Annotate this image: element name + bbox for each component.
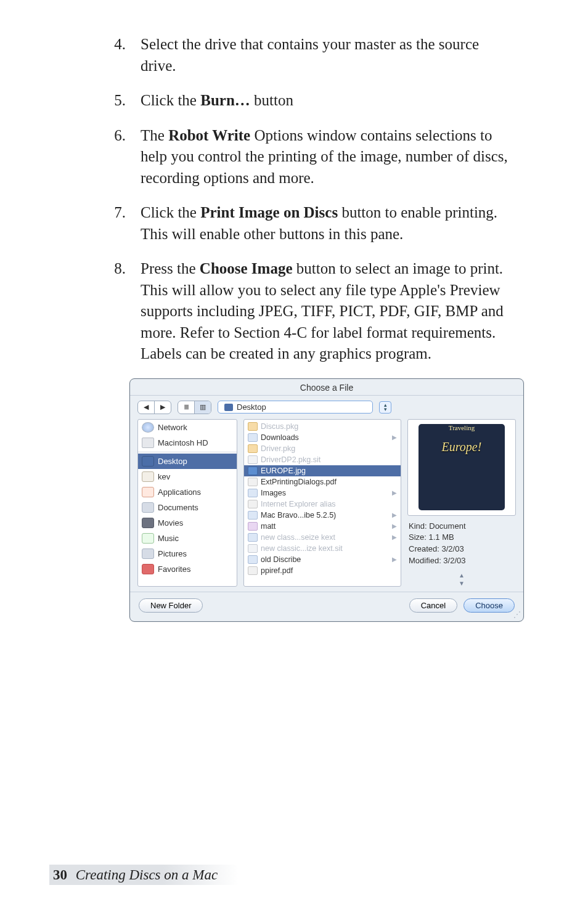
- file-row[interactable]: Downloads▶: [244, 432, 401, 443]
- chevron-right-icon: ▶: [392, 489, 397, 496]
- step-6: 6. The Robot Write Options window contai…: [99, 125, 514, 189]
- sidebar-item-label: Macintosh HD: [158, 438, 208, 447]
- file-icon: [248, 455, 258, 464]
- sidebar-item[interactable]: Desktop: [138, 454, 237, 469]
- sidebar-item[interactable]: Music: [138, 531, 237, 546]
- meta-size: Size: 1.1 MB: [409, 532, 516, 544]
- file-row[interactable]: new classic...ize kext.sit: [244, 543, 401, 554]
- step-8: 8. Press the Choose Image button to sele…: [99, 258, 514, 365]
- file-label: new class...seize kext: [261, 533, 335, 542]
- file-icon: [248, 444, 258, 453]
- file-row[interactable]: new class...seize kext▶: [244, 532, 401, 543]
- step-text: Press the Choose Image button to select …: [141, 258, 514, 365]
- location-stepper[interactable]: ▴▾: [379, 401, 391, 414]
- file-icon: [248, 544, 258, 553]
- dialog-toolbar: ◀ ▶ ≣ ▥ Desktop ▴▾: [130, 396, 523, 419]
- sidebar-item[interactable]: Movies: [138, 515, 237, 531]
- file-row[interactable]: matt▶: [244, 521, 401, 532]
- file-row[interactable]: Driver.pkg: [244, 443, 401, 454]
- file-label: ExtPrintingDialogs.pdf: [261, 478, 337, 486]
- instruction-list: 4. Select the drive that contains your m…: [99, 34, 514, 365]
- file-row[interactable]: EUROPE.jpg: [244, 465, 401, 476]
- file-icon: [248, 489, 258, 497]
- file-icon: [248, 566, 258, 575]
- page-number: 30: [53, 867, 72, 883]
- sidebar-item[interactable]: kev: [138, 469, 237, 484]
- view-list-icon[interactable]: ≣: [178, 401, 194, 414]
- desktop-icon: [224, 404, 233, 411]
- sidebar-item-label: Applications: [158, 487, 201, 497]
- step-7: 7. Click the Print Image on Discs button…: [99, 202, 514, 245]
- fold-icon: [142, 502, 154, 513]
- step-number: 8.: [99, 258, 141, 365]
- file-icon: [248, 533, 258, 542]
- nav-back-icon[interactable]: ◀: [138, 401, 154, 414]
- chevron-right-icon: ▶: [392, 534, 397, 540]
- sidebar-item[interactable]: Pictures: [138, 546, 237, 561]
- meta-kind: Kind: Document: [409, 521, 516, 532]
- file-row[interactable]: ppiref.pdf: [244, 565, 401, 576]
- file-icon: [248, 433, 258, 442]
- step-number: 7.: [99, 202, 141, 245]
- view-column-icon[interactable]: ▥: [194, 401, 211, 414]
- cancel-button[interactable]: Cancel: [409, 598, 457, 613]
- choose-file-dialog: Choose a File ◀ ▶ ≣ ▥ Desktop ▴▾ Network…: [129, 378, 524, 622]
- file-icon: [248, 467, 258, 475]
- step-4: 4. Select the drive that contains your m…: [99, 34, 514, 76]
- location-popup[interactable]: Desktop: [218, 401, 373, 414]
- preview-pane: Traveling Europe! Kind: Document Size: 1…: [407, 419, 516, 587]
- sidebar-item[interactable]: Macintosh HD: [138, 435, 237, 450]
- chevron-right-icon: ▶: [392, 512, 397, 518]
- choose-button[interactable]: Choose: [463, 598, 515, 613]
- step-number: 6.: [99, 125, 141, 189]
- new-folder-button[interactable]: New Folder: [139, 598, 203, 613]
- home-icon: [142, 471, 154, 482]
- nav-history[interactable]: ◀ ▶: [137, 401, 171, 414]
- file-row[interactable]: old Discribe▶: [244, 554, 401, 565]
- sidebar-item-label: Desktop: [158, 457, 187, 466]
- file-label: old Discribe: [261, 555, 301, 564]
- step-text: Click the Burn… button: [141, 90, 514, 112]
- sidebar-item-label: Network: [158, 423, 187, 432]
- preview-metadata: Kind: Document Size: 1.1 MB Created: 3/2…: [407, 521, 516, 567]
- dialog-title: Choose a File: [130, 379, 523, 396]
- fav-icon: [142, 564, 154, 574]
- sidebar-item[interactable]: Network: [138, 420, 237, 435]
- location-label: Desktop: [237, 402, 266, 412]
- step-number: 4.: [99, 34, 141, 76]
- sidebar-item[interactable]: Documents: [138, 500, 237, 515]
- chevron-right-icon: ▶: [392, 556, 397, 563]
- file-label: Driver.pkg: [261, 444, 295, 453]
- sidebar-item-label: Pictures: [158, 549, 187, 558]
- scroll-arrows[interactable]: ▲▼: [407, 572, 516, 587]
- nav-fwd-icon[interactable]: ▶: [154, 401, 171, 414]
- file-row[interactable]: ExtPrintingDialogs.pdf: [244, 476, 401, 487]
- view-mode[interactable]: ≣ ▥: [178, 401, 211, 414]
- file-label: Discus.pkg: [261, 422, 298, 431]
- page-footer: 30 Creating Discs on a Mac: [49, 867, 239, 883]
- step-5: 5. Click the Burn… button: [99, 90, 514, 112]
- dialog-footer: New Folder Cancel Choose: [130, 592, 523, 621]
- file-icon: [248, 422, 258, 431]
- sidebar-item[interactable]: Applications: [138, 484, 237, 500]
- meta-created: Created: 3/2/03: [409, 544, 516, 555]
- file-icon: [248, 522, 258, 531]
- step-text: Select the drive that contains your mast…: [141, 34, 514, 76]
- file-icon: [248, 500, 258, 508]
- file-row[interactable]: DriverDP2.pkg.sit: [244, 454, 401, 465]
- file-row[interactable]: Discus.pkg: [244, 421, 401, 432]
- chevron-right-icon: ▶: [392, 523, 397, 529]
- app-icon: [142, 487, 154, 497]
- sidebar-item[interactable]: Favorites: [138, 561, 237, 577]
- file-label: new classic...ize kext.sit: [261, 544, 343, 553]
- file-label: Mac Bravo...ibe 5.2.5): [261, 511, 336, 520]
- file-row[interactable]: Mac Bravo...ibe 5.2.5)▶: [244, 510, 401, 521]
- mus-icon: [142, 533, 154, 544]
- file-row[interactable]: Internet Explorer alias: [244, 499, 401, 510]
- resize-grip-icon[interactable]: ⋰: [513, 610, 521, 619]
- file-icon: [248, 478, 258, 486]
- step-number: 5.: [99, 90, 141, 112]
- sidebar-item-label: Documents: [158, 503, 198, 512]
- file-row[interactable]: Images▶: [244, 487, 401, 499]
- net-icon: [142, 422, 154, 433]
